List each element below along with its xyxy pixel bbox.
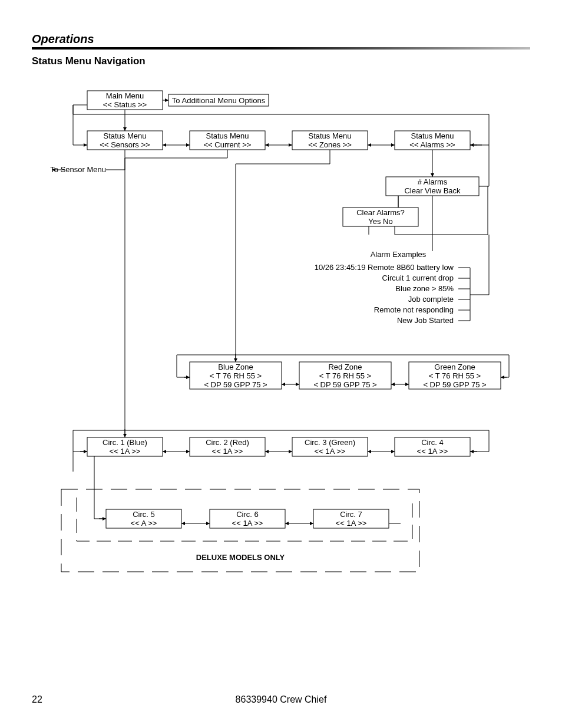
svg-text:Blue Zone: Blue Zone (218, 363, 253, 371)
svg-text:Status Menu: Status Menu (104, 131, 147, 140)
svg-text:<  DP 59       GPP 75  >: < DP 59 GPP 75 > (313, 380, 376, 389)
status-current-box: Status Menu << Current >> (190, 131, 265, 150)
main-menu-title: Main Menu (106, 91, 144, 100)
main-menu-nav: << Status >> (103, 100, 147, 109)
status-alarms-box: Status Menu << Alarms >> (395, 131, 470, 150)
alarm-example-row: Job complete (408, 295, 470, 304)
alarm-examples-heading: Alarm Examples (371, 250, 427, 259)
main-menu-box: Main Menu << Status >> (87, 91, 163, 110)
svg-text:<<       1A       >>: << 1A >> (315, 447, 346, 456)
alarm-example-row: Circuit 1 current drop (382, 274, 470, 282)
circ7-box: Circ. 7 << 1A >> (313, 509, 389, 528)
svg-text:<<       1A       >>: << 1A >> (212, 447, 243, 456)
status-zones-box: Status Menu << Zones >> (292, 131, 368, 150)
circ6-box: Circ. 6 << 1A >> (210, 509, 285, 528)
svg-text:<<        A        >>: << A >> (131, 519, 157, 528)
svg-text:<<   Zones   >>: << Zones >> (308, 140, 352, 149)
svg-text:Circ. 3   (Green): Circ. 3 (Green) (305, 438, 355, 447)
svg-text:Yes    No: Yes No (368, 217, 392, 226)
svg-text:Circ. 7: Circ. 7 (340, 510, 362, 519)
svg-text:Circ. 6: Circ. 6 (236, 510, 259, 519)
alarm-example-row: New Job Started (397, 316, 470, 325)
svg-text:Remote not responding: Remote not responding (374, 305, 454, 314)
circ2-box: Circ. 2 (Red) << 1A >> (190, 437, 265, 456)
clear-alarms-box: Clear Alarms? Yes No (343, 207, 418, 226)
to-sensor-menu-label: To Sensor Menu (50, 165, 106, 174)
deluxe-label: DELUXE MODELS ONLY (196, 553, 285, 562)
svg-text:# Alarms: # Alarms (418, 177, 448, 186)
svg-text:Circuit 1 current drop: Circuit 1 current drop (382, 274, 454, 282)
alarm-example-row: Blue zone > 85% (395, 284, 470, 293)
svg-text:<<       1A       >>: << 1A >> (417, 447, 448, 456)
alarm-example-row: Remote not responding (374, 305, 470, 314)
diagram-canvas: Main Menu << Status >> To Additional Men… (0, 0, 562, 728)
status-sensors-box: Status Menu << Sensors >> (87, 131, 163, 150)
svg-text:<<   Current   >>: << Current >> (204, 140, 252, 149)
svg-text:Circ. 5: Circ. 5 (133, 510, 155, 519)
svg-text:<<       1A       >>: << 1A >> (110, 447, 141, 456)
svg-text:10/26 23:45:19 Remote 8B60 bat: 10/26 23:45:19 Remote 8B60 battery low (315, 263, 454, 272)
svg-text:Circ. 1     (Blue): Circ. 1 (Blue) (103, 438, 147, 447)
alarm-example-row: 10/26 23:45:19 Remote 8B60 battery low (315, 263, 470, 272)
svg-text:Circ. 4: Circ. 4 (421, 438, 444, 447)
num-alarms-box: # Alarms Clear View Back (386, 177, 479, 196)
svg-text:<  DP 59       GPP 75  >: < DP 59 GPP 75 > (423, 380, 486, 389)
svg-text:Clear     View      Back: Clear View Back (404, 186, 461, 195)
svg-text:<<   Sensors   >>: << Sensors >> (100, 140, 150, 149)
svg-text:<  DP 59       GPP 75  >: < DP 59 GPP 75 > (204, 380, 267, 389)
zone-blue-box: Blue Zone < T 76 RH 55 > < DP 59 GPP 75 … (190, 362, 282, 389)
svg-text:Status Menu: Status Menu (411, 131, 454, 140)
svg-text:<<       1A       >>: << 1A >> (232, 519, 263, 528)
circ1-box: Circ. 1 (Blue) << 1A >> (87, 437, 163, 456)
circ5-box: Circ. 5 << A >> (106, 509, 181, 528)
svg-text:<  T 76          RH 55  >: < T 76 RH 55 > (319, 371, 371, 380)
svg-text:<  T 76          RH 55  >: < T 76 RH 55 > (429, 371, 481, 380)
svg-text:Job complete: Job complete (408, 295, 454, 304)
svg-text:Circ. 2     (Red): Circ. 2 (Red) (206, 438, 249, 447)
svg-text:<<   Alarms   >>: << Alarms >> (409, 140, 455, 149)
additional-options-label: To Additional Menu Options (172, 96, 266, 105)
svg-text:Clear Alarms?: Clear Alarms? (356, 208, 405, 217)
svg-text:<<       1A       >>: << 1A >> (336, 519, 367, 528)
circ4-box: Circ. 4 << 1A >> (395, 437, 470, 456)
zone-green-box: Green Zone < T 76 RH 55 > < DP 59 GPP 75… (409, 362, 501, 389)
circ3-box: Circ. 3 (Green) << 1A >> (292, 437, 368, 456)
svg-text:Green Zone: Green Zone (434, 363, 475, 371)
svg-text:Status Menu: Status Menu (309, 131, 352, 140)
zone-red-box: Red Zone < T 76 RH 55 > < DP 59 GPP 75 > (299, 362, 391, 389)
svg-text:New Job Started: New Job Started (397, 316, 454, 325)
svg-text:Red Zone: Red Zone (328, 363, 362, 371)
svg-text:<  T 76          RH 55  >: < T 76 RH 55 > (210, 371, 262, 380)
additional-options-box: To Additional Menu Options (168, 94, 269, 106)
svg-text:Status Menu: Status Menu (206, 131, 249, 140)
svg-text:Blue zone > 85%: Blue zone > 85% (395, 284, 454, 293)
